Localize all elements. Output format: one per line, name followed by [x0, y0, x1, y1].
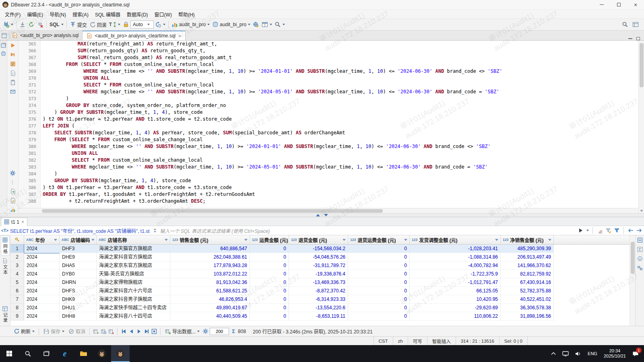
grid-cell[interactable]: 2024 — [24, 270, 60, 278]
grid-cell[interactable]: 485,290,309.39 — [501, 245, 554, 253]
metadata-panel-button[interactable] — [637, 255, 643, 262]
reconnect-button[interactable] — [27, 20, 36, 29]
column-filter-caret-icon[interactable] — [343, 239, 346, 241]
row-number[interactable]: 2 — [10, 253, 24, 261]
grid-cell[interactable]: 110,806.22 — [410, 312, 501, 321]
refresh-button[interactable]: 刷新 — [12, 327, 36, 336]
grid-cell[interactable]: 0 — [348, 253, 410, 261]
code-line[interactable]: UNION ALL — [40, 150, 98, 157]
cancel-button[interactable]: 取消 — [67, 327, 87, 336]
delete-row-button[interactable] — [108, 328, 114, 335]
insert-mode-indicator[interactable]: 智能插入 — [427, 337, 456, 345]
scrollbar-thumb[interactable] — [42, 209, 383, 213]
results-tab-t1[interactable]: t1 1 × — [1, 218, 27, 226]
grid-cell[interactable]: 0 — [348, 278, 410, 287]
grid-cell[interactable]: 10,420.95 — [410, 295, 501, 304]
database-navigator-icon[interactable] — [0, 50, 7, 57]
menu-item-3[interactable]: 导航(N) — [46, 10, 69, 19]
grid-cell[interactable]: 262,048,388.61 — [170, 253, 250, 261]
grid-cell[interactable]: DHA5 — [60, 261, 97, 270]
scrollbar-thumb[interactable] — [631, 242, 635, 274]
grid-cell[interactable]: DHRN — [60, 278, 97, 287]
add-row-button[interactable] — [93, 328, 99, 335]
filter-placeholder[interactable]: 输入一个 SQL 表达式来过滤结果 (使用 Ctrl+Space) — [160, 227, 270, 234]
close-tab-icon[interactable]: × — [178, 33, 182, 39]
timezone-indicator[interactable]: CST — [374, 337, 393, 345]
grid-cell[interactable]: DHFS — [60, 287, 97, 295]
column-header-9[interactable]: 123净销售金额 (元) — [501, 235, 554, 244]
grid-cell[interactable]: 40,522,451.02 — [501, 295, 554, 304]
code-line[interactable]: ) — [40, 171, 57, 177]
fetch-all-button[interactable] — [151, 328, 157, 335]
taskbar-clock[interactable]: 20:34 2025/10/21 — [601, 345, 629, 362]
code-line[interactable]: WHERE mgclear_time <> '' AND SUBSTR(mgcl… — [40, 68, 502, 75]
grid-cell[interactable]: 0 — [348, 261, 410, 270]
grid-cell[interactable]: 81,913,042.36 — [170, 278, 250, 287]
menu-item-7[interactable]: 窗口(W) — [151, 10, 175, 19]
lock-button[interactable] — [122, 20, 130, 29]
calc-panel-button[interactable] — [637, 246, 643, 253]
grid-view-tab[interactable]: 网格 — [1, 236, 9, 255]
grid-cell[interactable]: 103,872,012.22 — [170, 270, 250, 278]
minimize-editor-button[interactable] — [628, 38, 632, 39]
row-number[interactable]: 9 — [10, 312, 24, 321]
grid-cell[interactable]: 海澜之家抖音八十四号店 — [97, 312, 170, 321]
grid-cell[interactable]: -8,653,119.11 — [289, 312, 348, 321]
column-header-8[interactable]: 123发货调整金额 (元) — [410, 235, 501, 244]
grid-cell[interactable]: 82,812,759.92 — [501, 270, 554, 278]
code-line[interactable]: WHERE mgclear_time <> '' AND SUBSTR(mgcl… — [40, 88, 499, 95]
grid-cell[interactable]: 0 — [348, 295, 410, 304]
clipboard-button[interactable] — [10, 79, 16, 86]
grid-cell[interactable]: 61,588,621.25 — [170, 287, 250, 295]
auto-refresh-button[interactable] — [154, 20, 167, 29]
grid-cell[interactable]: 52,782,375.88 — [501, 287, 554, 295]
code-line[interactable]: GROUP BY store_code, system_order_no, pl… — [40, 102, 226, 109]
new-sql-editor-button[interactable]: SQL — [48, 20, 65, 29]
grid-cell[interactable]: -19,336,876.4 — [289, 270, 348, 278]
grid-cell[interactable]: -1,028,203.41 — [410, 245, 501, 253]
code-line[interactable]: FROM (SELECT * FROM custom_online_sale_r… — [40, 61, 214, 68]
grid-cell[interactable]: DHH8 — [60, 312, 97, 321]
code-line[interactable]: WHERE mgclear_time <> '' AND SUBSTR(mgcl… — [40, 164, 488, 171]
row-count-icon[interactable]: Σ — [230, 328, 237, 335]
clear-filter-button[interactable] — [597, 227, 603, 234]
start-button[interactable] — [0, 345, 19, 362]
grid-cell[interactable]: -6,314,923.33 — [289, 295, 348, 304]
last-page-button[interactable] — [143, 328, 150, 335]
row-number[interactable]: 6 — [10, 287, 24, 295]
menu-item-4[interactable]: 搜索(A) — [69, 10, 92, 19]
result-settings-button[interactable] — [202, 328, 208, 335]
grid-cell[interactable]: 0 — [250, 312, 289, 321]
grid-cell[interactable]: -13,469,336.73 — [289, 278, 348, 287]
grid-cell[interactable]: 67,430,914.16 — [501, 278, 554, 287]
code-line[interactable]: + t2.returnFreightAmt + t3.orderChangeAm… — [40, 198, 206, 205]
grid-vertical-scrollbar[interactable] — [630, 235, 635, 326]
row-number[interactable]: 7 — [10, 295, 24, 304]
grid-cell[interactable]: 141,966,370.62 — [501, 261, 554, 270]
dbeaver-taskbar-button-2[interactable] — [111, 345, 130, 362]
perspective-button[interactable] — [631, 20, 640, 29]
row-number[interactable]: 5 — [10, 278, 24, 287]
transaction-mode-button[interactable]: T — [108, 20, 122, 29]
grid-cell[interactable]: -8,872,370.42 — [289, 287, 348, 295]
export-log-button[interactable] — [10, 188, 16, 195]
grid-cell[interactable]: 0 — [348, 270, 410, 278]
new-connection-button[interactable] — [2, 20, 14, 29]
code-line[interactable]: MAX(return_freight_amt) AS return_freigh… — [40, 41, 217, 47]
maximize-button[interactable] — [610, 0, 627, 10]
panels-layout-button[interactable] — [260, 20, 273, 29]
grid-corner-cell[interactable] — [10, 235, 24, 244]
task-view-button[interactable] — [37, 345, 56, 362]
connect-button[interactable] — [18, 20, 27, 29]
column-header-1[interactable]: ABC年份 — [24, 235, 60, 244]
tray-expand-button[interactable] — [548, 345, 559, 362]
code-line[interactable]: SELECT * FROM custom_online_sale_change_… — [40, 157, 202, 164]
grid-cell[interactable]: 0 — [250, 253, 289, 261]
grid-cell[interactable]: -1,722,375.9 — [410, 270, 501, 278]
grid-cell[interactable]: 2024 — [24, 278, 60, 287]
grid-cell[interactable]: 海澜之家抖音男子旗舰店 — [97, 295, 170, 304]
rollback-button[interactable]: 回滚 — [88, 20, 108, 29]
column-filter-caret-icon[interactable] — [495, 239, 498, 241]
editor-vertical-scrollbar[interactable] — [638, 41, 644, 213]
code-line[interactable]: SELECT * FROM custom_online_sale_return_… — [40, 82, 214, 88]
